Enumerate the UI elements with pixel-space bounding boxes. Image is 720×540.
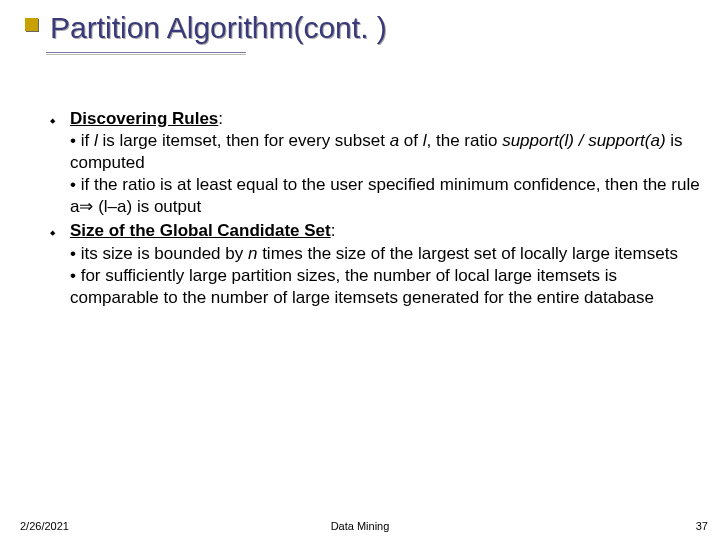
slide: Partition Algorithm(cont. ) ◆ Discoverin…: [0, 0, 720, 540]
text: for sufficiently large partition sizes, …: [70, 266, 654, 307]
list-item: ◆ Discovering Rules: • if l is large ite…: [50, 108, 700, 218]
footer-page-number: 37: [696, 520, 708, 532]
sub-bullet: • if the ratio is at least equal to the …: [70, 175, 700, 216]
text: if: [81, 131, 94, 150]
title-accent-box: [25, 18, 38, 31]
item-content: Size of the Global Candidate Set: • its …: [70, 220, 700, 308]
italic-var: n: [248, 244, 257, 263]
item-content: Discovering Rules: • if l is large items…: [70, 108, 700, 218]
text: of: [399, 131, 423, 150]
sub-bullet: • if l is large itemset, then for every …: [70, 131, 683, 172]
text: is large itemset, then for every subset: [98, 131, 390, 150]
slide-title: Partition Algorithm(cont. ): [50, 10, 700, 46]
sub-bullet: • for sufficiently large partition sizes…: [70, 266, 654, 307]
italic-var: a: [390, 131, 399, 150]
section-heading: Size of the Global Candidate Set: [70, 221, 331, 240]
footer-label: Data Mining: [0, 520, 720, 532]
colon: :: [331, 221, 336, 240]
colon: :: [218, 109, 223, 128]
sub-bullet: • its size is bounded by n times the siz…: [70, 244, 678, 263]
title-underline: [46, 52, 246, 53]
bullet-icon: ◆: [50, 108, 70, 218]
section-heading: Discovering Rules: [70, 109, 218, 128]
italic-expr: support(l) / support(a): [502, 131, 665, 150]
text: times the size of the largest set of loc…: [257, 244, 677, 263]
list-item: ◆ Size of the Global Candidate Set: • it…: [50, 220, 700, 308]
text: its size is bounded by: [81, 244, 248, 263]
text: if the ratio is at least equal to the us…: [70, 175, 700, 216]
slide-body: ◆ Discovering Rules: • if l is large ite…: [50, 108, 700, 309]
bullet-icon: ◆: [50, 220, 70, 308]
text: , the ratio: [427, 131, 503, 150]
